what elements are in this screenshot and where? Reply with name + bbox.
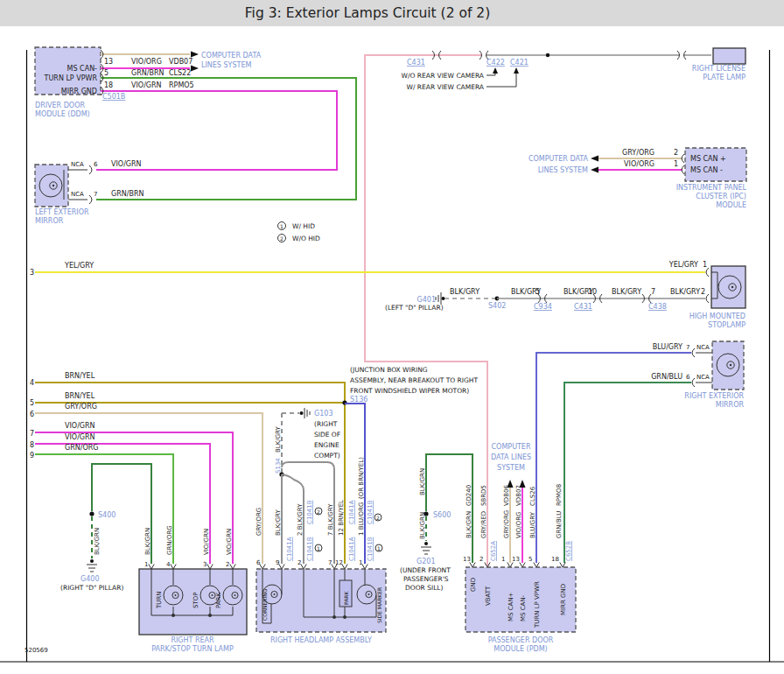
ground-dot <box>90 559 94 563</box>
ground-icon <box>436 292 441 305</box>
lamp-label: TURN <box>156 592 163 610</box>
connector-link-c438[interactable]: C438 <box>648 303 667 311</box>
circuit-id: VDB07 <box>169 58 192 66</box>
pin-arrow <box>260 565 265 570</box>
rear-lamp-name: PARK/STOP TURN LAMP <box>151 645 234 653</box>
splice-id-s134: S134 <box>275 458 282 474</box>
row-number: 4 <box>30 379 34 387</box>
junction-dot <box>332 615 336 619</box>
camera-variant-note: W/ REAR VIEW CAMERA <box>407 83 485 91</box>
offpage-arrow-left-icon <box>591 167 598 173</box>
row-number: 5 <box>30 399 34 407</box>
connector-link-c421[interactable]: C421 <box>510 59 528 67</box>
circuit-id: RPMO8 <box>556 484 563 506</box>
pin-number: 7 <box>651 288 655 296</box>
row-number: 9 <box>30 452 34 460</box>
wire-color: BLK/GRN <box>419 468 426 495</box>
ground-location: (LEFT "D" PILLAR) <box>385 304 444 312</box>
sheet-code: 520569 <box>24 647 48 654</box>
ddm-pin-label: TURN LP VPWR <box>44 74 98 82</box>
ground-icon <box>421 547 431 554</box>
dest-computer-data: DATA LINES <box>491 453 531 461</box>
pin-number: 2 <box>298 559 301 566</box>
dest-computer-data: COMPUTER DATA <box>528 155 589 163</box>
pin-number: 6 <box>94 161 98 168</box>
wire-color: BLK/GRN <box>419 512 426 539</box>
pin-symbol <box>706 294 709 303</box>
nca-label: NCA <box>71 191 84 198</box>
ipc-pin-label: MS CAN - <box>690 166 723 174</box>
connector-link-c431[interactable]: C431 <box>574 303 592 311</box>
pin-arrow <box>332 565 337 570</box>
row-number: 6 <box>30 411 34 418</box>
pin-arrow <box>362 565 368 570</box>
pin-arrow <box>301 565 306 570</box>
wire-color: VIO/GRN <box>203 529 210 555</box>
ground-dot <box>300 411 304 415</box>
pin-symbol <box>706 268 709 277</box>
ipc-name: INSTRUMENT PANEL <box>676 184 747 192</box>
connector-link-c1041a[interactable]: C1041A <box>286 537 293 561</box>
connector-link-c1041b[interactable]: C1041B <box>306 500 313 524</box>
junction-note: FRONT WINDSHIELD WIPER MOTOR) <box>350 387 469 395</box>
circuit-id: SBRD5 <box>480 485 487 506</box>
connector-link-c1041a[interactable]: C1041A <box>348 537 355 561</box>
connector-link-c1041a[interactable]: C1041A <box>348 500 355 524</box>
ground-icon <box>87 565 97 572</box>
dest-lines-system: LINES SYSTEM <box>538 166 588 174</box>
variant-number: 2 <box>280 235 284 242</box>
wire-color: BLK/GRN <box>94 528 101 555</box>
pin-number: 7 <box>686 344 690 351</box>
offpage-arrow-left-icon <box>591 156 598 162</box>
connector-link-c934[interactable]: C934 <box>534 303 552 311</box>
connector-link-c1041b[interactable]: C1041B <box>367 537 374 561</box>
wire-color: YEL/GRY <box>64 262 94 270</box>
wire-color: GRY/ORG <box>256 508 262 536</box>
pin-number: 1 <box>144 561 148 568</box>
wire-color: BLK/GRN <box>144 528 151 555</box>
ground-icon <box>304 408 310 418</box>
pin-number: 7 <box>328 559 332 566</box>
pin-number: 1 <box>359 559 362 566</box>
connector-link-c1041b[interactable]: C1041B <box>367 500 374 524</box>
splice-id-s402: S402 <box>488 302 506 310</box>
wire-color: GRN/ORG <box>65 444 99 452</box>
wire-color: BLK/GRY <box>450 288 480 296</box>
connector-link-c652b[interactable]: C652B <box>565 541 572 561</box>
dest-computer-data: COMPUTER <box>492 443 531 451</box>
pdm-pin-label: TURN LP VPWR <box>534 581 541 628</box>
wire-alt-color: (OR BRN/YEL) <box>358 457 365 499</box>
wire-mirr-viogrn <box>96 91 337 170</box>
camera-variant-note: W/O REAR VIEW CAMERA <box>402 72 485 80</box>
pin-number: 5 <box>104 69 108 77</box>
connector-link-c431[interactable]: C431 <box>407 59 425 67</box>
wire-turn-grnbrn <box>96 78 356 200</box>
pin-arrow <box>470 563 475 568</box>
ground-dot <box>442 297 445 300</box>
pin-arrow <box>279 565 284 570</box>
dest-computer-data: COMPUTER DATA <box>201 52 262 60</box>
ddm-pin-label: MIRR GND <box>61 88 97 95</box>
driver-door-module: MS CAN- TURN LP VPWR MIRR GND 13 VIO/ORG… <box>35 47 356 200</box>
pin-number: 1 <box>674 160 678 168</box>
ground-location: SIDE OF <box>314 431 340 439</box>
dest-lines-system: LINES SYSTEM <box>201 61 251 69</box>
dest-computer-data: SYSTEM <box>497 464 525 472</box>
connector-link-c422[interactable]: C422 <box>486 59 505 67</box>
wire-color: BRN/YEL <box>65 372 95 380</box>
connector-link-c501b[interactable]: C501B <box>102 93 125 101</box>
variant-number: 2 <box>376 515 380 521</box>
variant-label: W/O HID <box>292 235 320 242</box>
pin-symbol <box>682 154 684 163</box>
connector-link-c1041b[interactable]: C1041B <box>306 537 313 561</box>
callout-arrow-up-icon <box>493 67 498 74</box>
pin-number: 5 <box>536 288 540 296</box>
wire-color: BLK/GRY <box>670 288 700 296</box>
wire-grnorg-r9 <box>35 454 173 564</box>
ddm-pin-label: MS CAN- <box>67 65 98 73</box>
stoplamp-name: STOPLAMP <box>708 321 746 329</box>
ground-location: COMPT) <box>314 452 340 460</box>
connector-link-c652a[interactable]: C652A <box>490 541 497 561</box>
pin-number: 13 <box>463 556 471 563</box>
row-number: 7 <box>30 430 34 438</box>
